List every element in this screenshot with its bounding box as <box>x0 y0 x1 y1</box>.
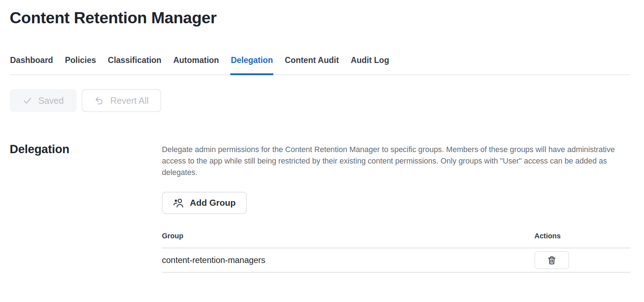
tab-content-audit[interactable]: Content Audit <box>284 55 339 75</box>
table-header-row: Group Actions <box>162 232 630 248</box>
table-row: content-retention-managers <box>162 248 630 273</box>
tab-dashboard[interactable]: Dashboard <box>10 55 53 75</box>
content-retention-manager-page: Content Retention Manager Dashboard Poli… <box>0 0 644 273</box>
add-group-button-label: Add Group <box>190 198 236 208</box>
actions-cell <box>534 251 630 269</box>
save-toolbar: Saved Revert All <box>10 89 630 112</box>
tab-automation[interactable]: Automation <box>173 55 220 75</box>
trash-icon <box>547 255 557 265</box>
group-name-cell: content-retention-managers <box>162 255 534 265</box>
user-group-icon <box>173 198 184 209</box>
add-group-button[interactable]: Add Group <box>162 192 247 214</box>
table-header-group: Group <box>162 232 534 240</box>
section-heading: Delegation <box>10 142 162 156</box>
tab-classification[interactable]: Classification <box>107 55 162 75</box>
section-description: Delegate admin permissions for the Conte… <box>162 144 630 178</box>
revert-all-button[interactable]: Revert All <box>82 89 161 112</box>
delegates-table: Group Actions content-retention-managers <box>162 232 630 273</box>
table-header-actions: Actions <box>534 232 630 240</box>
tab-policies[interactable]: Policies <box>64 55 96 75</box>
saved-button[interactable]: Saved <box>10 89 77 112</box>
page-title: Content Retention Manager <box>10 9 630 27</box>
check-icon <box>23 96 32 106</box>
delete-group-button[interactable] <box>534 251 569 269</box>
tab-bar: Dashboard Policies Classification Automa… <box>10 55 630 75</box>
delegation-section: Delegation Delegate admin permissions fo… <box>10 142 630 273</box>
saved-button-label: Saved <box>38 96 64 106</box>
tab-audit-log[interactable]: Audit Log <box>350 55 389 75</box>
revert-all-button-label: Revert All <box>110 96 149 106</box>
undo-icon <box>94 96 104 106</box>
tab-delegation[interactable]: Delegation <box>230 55 273 75</box>
